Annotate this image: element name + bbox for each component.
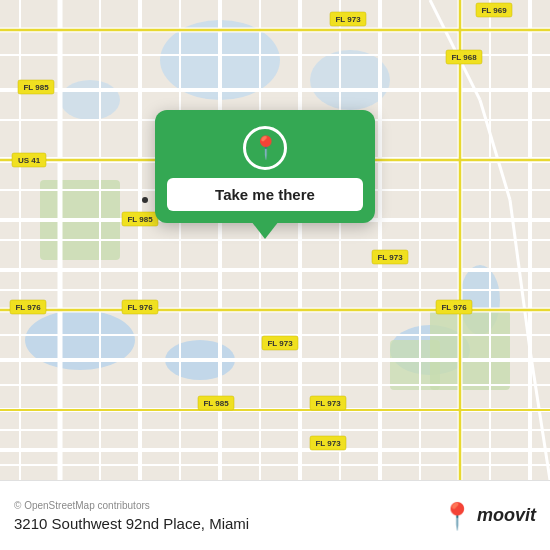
map-container: FL 969 FL 973 FL 985 US 41 FL 968 FL 985…: [0, 0, 550, 480]
svg-text:FL 976: FL 976: [441, 303, 467, 312]
location-icon: 📍: [243, 126, 287, 170]
svg-text:FL 976: FL 976: [15, 303, 41, 312]
svg-rect-9: [430, 310, 510, 390]
moovit-pin-icon: 📍: [441, 503, 473, 529]
address-text: 3210 Southwest 92nd Place, Miami: [14, 515, 249, 532]
svg-text:FL 969: FL 969: [481, 6, 507, 15]
svg-text:FL 973: FL 973: [315, 439, 341, 448]
map-svg: FL 969 FL 973 FL 985 US 41 FL 968 FL 985…: [0, 0, 550, 480]
svg-text:FL 985: FL 985: [203, 399, 229, 408]
address-section: © OpenStreetMap contributors 3210 Southw…: [14, 500, 249, 532]
moovit-brand-text: moovit: [477, 505, 536, 526]
svg-text:US 41: US 41: [18, 156, 41, 165]
bottom-bar: © OpenStreetMap contributors 3210 Southw…: [0, 480, 550, 550]
svg-text:FL 976: FL 976: [127, 303, 153, 312]
take-me-there-button[interactable]: Take me there: [167, 178, 363, 211]
svg-text:FL 985: FL 985: [23, 83, 49, 92]
svg-text:FL 973: FL 973: [335, 15, 361, 24]
svg-text:FL 973: FL 973: [377, 253, 403, 262]
copyright-text: © OpenStreetMap contributors: [14, 500, 249, 511]
popup-card: 📍 Take me there: [155, 110, 375, 223]
svg-point-80: [142, 197, 148, 203]
svg-point-7: [60, 80, 120, 120]
svg-text:FL 973: FL 973: [267, 339, 293, 348]
moovit-logo: 📍 moovit: [441, 503, 536, 529]
location-pin-icon: 📍: [252, 137, 279, 159]
svg-text:FL 968: FL 968: [451, 53, 477, 62]
svg-text:FL 985: FL 985: [127, 215, 153, 224]
svg-text:FL 973: FL 973: [315, 399, 341, 408]
svg-rect-10: [390, 340, 440, 390]
